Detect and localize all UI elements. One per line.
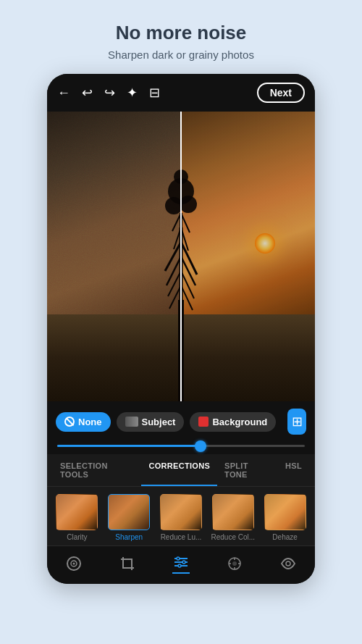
- thumb-sharpen[interactable]: Sharpen: [105, 494, 153, 541]
- tab-hsl[interactable]: HSL: [278, 454, 309, 486]
- thumb-label-dehaze: Dehaze: [272, 533, 297, 541]
- toolbar: ← ↩ ↪ ✦ ⊟ Next: [47, 74, 315, 112]
- thumb-reduce-col[interactable]: Reduce Col...: [209, 494, 257, 541]
- tabs-row: SELECTION TOOLS CORRECTIONS SPLIT TONE H…: [47, 454, 315, 487]
- bottom-nav: [47, 545, 315, 584]
- none-pill[interactable]: None: [56, 412, 111, 432]
- background-label: Background: [212, 417, 267, 427]
- thumb-label-reduce-lu: Reduce Lu...: [161, 533, 202, 541]
- redo-icon[interactable]: ↪: [104, 86, 115, 99]
- tab-corrections[interactable]: CORRECTIONS: [141, 454, 217, 486]
- thumb-label-reduce-col: Reduce Col...: [211, 533, 255, 541]
- thumb-reduce-lu[interactable]: Reduce Lu...: [157, 494, 206, 541]
- subject-pill[interactable]: Subject: [117, 412, 185, 432]
- subject-label: Subject: [142, 417, 176, 427]
- back-icon[interactable]: ←: [57, 86, 70, 99]
- photo-comparison: [47, 112, 315, 401]
- svg-line-2: [165, 242, 181, 271]
- compare-icon[interactable]: ⊟: [149, 86, 160, 99]
- svg-point-39: [286, 561, 290, 566]
- svg-line-6: [168, 271, 181, 296]
- thumb-img-reduce-lu: [160, 494, 202, 530]
- undo-icon[interactable]: ↩: [82, 86, 93, 99]
- selection-bar: None Subject Background ⊞: [47, 401, 315, 442]
- background-pill[interactable]: Background: [190, 412, 276, 432]
- svg-line-3: [181, 242, 197, 275]
- slider-thumb[interactable]: [195, 440, 206, 452]
- page-subtitle: Sharpen dark or grainy photos: [108, 49, 254, 61]
- thumb-label-sharpen: Sharpen: [115, 533, 143, 541]
- next-button[interactable]: Next: [257, 83, 305, 103]
- none-label: None: [78, 417, 102, 427]
- svg-point-30: [177, 557, 180, 560]
- svg-point-21: [73, 563, 75, 565]
- thumb-clarity[interactable]: Clarity: [53, 494, 101, 541]
- nav-camera[interactable]: [65, 555, 83, 572]
- thumb-img-dehaze: [264, 494, 306, 530]
- nav-adjustments[interactable]: [172, 553, 190, 574]
- thumb-img-clarity: [56, 494, 98, 530]
- svg-line-7: [181, 271, 194, 298]
- svg-line-5: [181, 256, 195, 285]
- sun-element: [255, 233, 275, 254]
- svg-point-34: [232, 561, 237, 566]
- none-icon: [64, 417, 75, 427]
- thumbnails-row: Clarity Sharpen Reduce Lu... Reduce Col.…: [47, 487, 315, 545]
- thumb-img-sharpen: [108, 494, 150, 530]
- thumb-dehaze[interactable]: Dehaze: [261, 494, 309, 541]
- phone-frame: ← ↩ ↪ ✦ ⊟ Next: [47, 74, 315, 584]
- tab-split-tone[interactable]: SPLIT TONE: [217, 454, 278, 486]
- subject-icon: [125, 417, 138, 427]
- divider-line[interactable]: [180, 112, 182, 401]
- nav-healing[interactable]: [226, 555, 243, 572]
- magic-icon[interactable]: ✦: [127, 86, 138, 99]
- page-title: No more noise: [108, 22, 254, 44]
- tab-selection-tools[interactable]: SELECTION TOOLS: [53, 454, 141, 486]
- nav-eye[interactable]: [279, 555, 297, 572]
- thumb-img-reduce-col: [212, 494, 254, 530]
- svg-point-31: [182, 561, 185, 564]
- svg-rect-22: [123, 559, 132, 568]
- layers-icon: ⊞: [292, 414, 303, 430]
- slider-row: [47, 442, 315, 454]
- background-icon: [198, 417, 209, 427]
- nav-crop[interactable]: [119, 555, 136, 572]
- svg-point-32: [178, 564, 181, 567]
- slider-fill: [57, 445, 201, 447]
- thumb-label-clarity: Clarity: [67, 533, 87, 541]
- layers-button[interactable]: ⊞: [287, 409, 306, 435]
- svg-line-4: [167, 256, 181, 285]
- svg-point-17: [180, 196, 197, 213]
- compare-slider[interactable]: [57, 445, 305, 447]
